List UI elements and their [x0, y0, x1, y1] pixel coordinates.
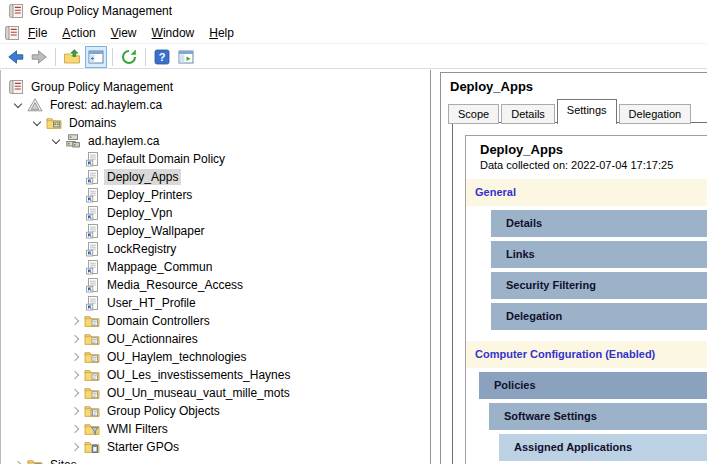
tree-item[interactable]: Sites — [1, 456, 430, 464]
report-section-header[interactable]: Computer Configuration (Enabled) — [466, 341, 707, 368]
gpo-title: Deploy_Apps — [450, 79, 533, 94]
tree-item[interactable]: Forest: ad.haylem.ca — [1, 96, 430, 114]
tree-item-label: User_HT_Profile — [104, 295, 199, 311]
menu-item-file[interactable]: File — [21, 24, 54, 42]
ou-folder-icon — [84, 367, 100, 383]
tree-item-label: Domains — [66, 115, 119, 131]
tree-item-label: WMI Filters — [104, 421, 171, 437]
tab-delegation[interactable]: Delegation — [619, 104, 692, 124]
menu-bar: FileActionViewWindowHelp — [0, 22, 707, 44]
chevron-right-icon[interactable] — [66, 402, 84, 420]
results-pane: Deploy_Apps ScopeDetailsSettingsDelegati… — [440, 72, 707, 464]
chevron-right-icon[interactable] — [66, 420, 84, 438]
tree-item[interactable]: OU_Les_investissements_Haynes — [1, 366, 430, 384]
tree-item-label: LockRegistry — [104, 241, 179, 257]
gpo-icon — [84, 223, 100, 239]
tab-strip: ScopeDetailsSettingsDelegation — [448, 100, 693, 124]
toolbar: ? — [0, 45, 707, 69]
tree-item[interactable]: ad.haylem.ca — [1, 132, 430, 150]
chevron-down-icon[interactable] — [9, 96, 27, 114]
svg-text:?: ? — [159, 51, 166, 63]
chevron-right-icon[interactable] — [66, 384, 84, 402]
chevron-down-icon[interactable] — [47, 132, 65, 150]
toolbar-separator — [112, 48, 113, 66]
tree-item-label: Group Policy Objects — [104, 403, 223, 419]
tree-item[interactable]: Group Policy Management — [1, 78, 430, 96]
menu-item-action[interactable]: Action — [55, 24, 102, 42]
tree-item-label: OU_Haylem_technologies — [104, 349, 249, 365]
report-section-bar[interactable]: Links — [491, 241, 707, 268]
tree-item-label: Starter GPOs — [104, 439, 182, 455]
settings-tab-panel: Deploy_Apps Data collected on: 2022-07-0… — [452, 122, 707, 464]
tab-settings[interactable]: Settings — [557, 99, 617, 124]
tree-item-label: Forest: ad.haylem.ca — [47, 97, 165, 113]
chevron-down-icon[interactable] — [28, 114, 46, 132]
chevron-right-icon[interactable] — [9, 456, 27, 464]
tree-item[interactable]: OU_Un_museau_vaut_mille_mots — [1, 384, 430, 402]
gpmc-icon — [8, 79, 24, 95]
gpo-icon — [84, 205, 100, 221]
tree-item[interactable]: OU_Actionnaires — [1, 330, 430, 348]
forward-icon[interactable] — [28, 46, 50, 68]
tree-item-label: Domain Controllers — [104, 313, 213, 329]
help-icon[interactable]: ? — [151, 46, 173, 68]
report-subtitle: Data collected on: 2022-07-04 17:17:25 — [480, 158, 707, 172]
tree-item-label: OU_Actionnaires — [104, 331, 201, 347]
menu-item-help[interactable]: Help — [202, 24, 241, 42]
gpo-icon — [84, 259, 100, 275]
chevron-right-icon[interactable] — [66, 330, 84, 348]
report-section-bar[interactable]: Assigned Applications — [499, 434, 707, 461]
menu-item-window[interactable]: Window — [145, 24, 202, 42]
gpo-icon — [84, 169, 100, 185]
report-section-header[interactable]: General — [466, 179, 707, 206]
tree-item[interactable]: Domains — [1, 114, 430, 132]
chevron-right-icon[interactable] — [66, 438, 84, 456]
report-title: Deploy_Apps — [480, 141, 707, 158]
tab-details[interactable]: Details — [501, 104, 555, 124]
tree-item-label: Group Policy Management — [28, 79, 176, 95]
menu-item-view[interactable]: View — [104, 24, 144, 42]
gpo-icon — [84, 151, 100, 167]
wmi-folder-icon — [84, 421, 100, 437]
gpo-icon — [84, 187, 100, 203]
tree-item[interactable]: Starter GPOs — [1, 438, 430, 456]
ou-folder-icon — [84, 313, 100, 329]
back-icon[interactable] — [4, 46, 26, 68]
tree-item[interactable]: Default Domain Policy — [1, 150, 430, 168]
report-section-bar[interactable]: Policies — [479, 372, 707, 399]
tree-item[interactable]: Domain Controllers — [1, 312, 430, 330]
gpo-folder-icon — [84, 403, 100, 419]
domain-icon — [65, 133, 81, 149]
tab-scope[interactable]: Scope — [448, 104, 499, 124]
tree-item[interactable]: OU_Haylem_technologies — [1, 348, 430, 366]
report-section-bar[interactable]: Details — [491, 210, 707, 237]
gpo-icon — [84, 295, 100, 311]
tree-item[interactable]: Group Policy Objects — [1, 402, 430, 420]
report-section-bar[interactable]: Delegation — [491, 303, 707, 330]
new-window-icon[interactable] — [175, 46, 197, 68]
tree-item[interactable]: Media_Resource_Access — [1, 276, 430, 294]
report-sections: GeneralDetailsLinksSecurity FilteringDel… — [466, 179, 707, 464]
refresh-icon[interactable] — [118, 46, 140, 68]
tree-item[interactable]: LockRegistry — [1, 240, 430, 258]
chevron-right-icon[interactable] — [66, 348, 84, 366]
tree-item[interactable]: Deploy_Vpn — [1, 204, 430, 222]
console-menu-icon[interactable] — [4, 25, 20, 41]
tree-item[interactable]: Deploy_Printers — [1, 186, 430, 204]
tree-item-label: Deploy_Wallpaper — [104, 223, 208, 239]
settings-report: Deploy_Apps Data collected on: 2022-07-0… — [465, 135, 707, 464]
console-tree: Group Policy ManagementForest: ad.haylem… — [0, 70, 431, 464]
chevron-right-icon[interactable] — [66, 366, 84, 384]
open-folder-icon[interactable] — [61, 46, 83, 68]
ou-folder-icon — [84, 349, 100, 365]
tree-item[interactable]: Mappage_Commun — [1, 258, 430, 276]
chevron-right-icon[interactable] — [66, 312, 84, 330]
tree-item[interactable]: WMI Filters — [1, 420, 430, 438]
tree-item[interactable]: Deploy_Wallpaper — [1, 222, 430, 240]
tree-item[interactable]: Deploy_Apps — [1, 168, 430, 186]
gpo-icon — [84, 241, 100, 257]
show-console-tree-icon[interactable] — [85, 46, 107, 68]
tree-item[interactable]: User_HT_Profile — [1, 294, 430, 312]
report-section-bar[interactable]: Software Settings — [489, 403, 707, 430]
report-section-bar[interactable]: Security Filtering — [491, 272, 707, 299]
